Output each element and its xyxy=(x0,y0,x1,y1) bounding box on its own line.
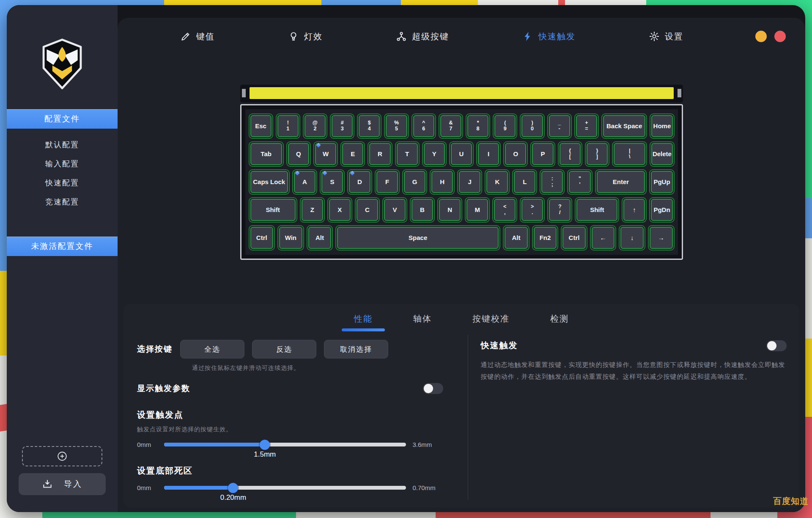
key-symbol[interactable]: <, xyxy=(492,197,517,223)
key-r[interactable]: R xyxy=(368,141,392,167)
key-d[interactable]: D xyxy=(347,169,372,195)
key-k[interactable]: K xyxy=(485,169,510,195)
tab-0[interactable]: 性能 xyxy=(354,313,373,331)
slider-track[interactable]: 0.20mm xyxy=(164,486,406,490)
nav-item-pen[interactable]: 键值 xyxy=(180,31,215,42)
key-b[interactable]: B xyxy=(410,197,435,223)
key-symbol[interactable]: }] xyxy=(585,141,609,167)
key-g[interactable]: G xyxy=(402,169,427,195)
key-5[interactable]: %5 xyxy=(384,113,409,139)
key-win[interactable]: Win xyxy=(277,225,304,251)
key-ctrl[interactable]: Ctrl xyxy=(561,225,587,251)
sidebar-profile-3[interactable]: 竞速配置 xyxy=(7,197,118,207)
key-symbol[interactable]: ?/ xyxy=(547,197,572,223)
select-button-2[interactable]: 取消选择 xyxy=(324,340,388,358)
nav-item-super-key[interactable]: 超级按键 xyxy=(396,31,449,42)
tab-2[interactable]: 按键校准 xyxy=(472,313,510,331)
select-button-1[interactable]: 反选 xyxy=(252,340,316,358)
close-button[interactable] xyxy=(774,31,786,42)
key-symbol[interactable]: |\ xyxy=(612,141,647,167)
keyboard-row: Esc!1@2#3$4%5^6&7*8(9)0_-+=Back SpaceHom… xyxy=(247,112,676,140)
keycap-face: Back Space xyxy=(603,115,645,137)
key-4[interactable]: $4 xyxy=(357,113,381,139)
key-ctrl[interactable]: Ctrl xyxy=(249,225,275,251)
key-symbol[interactable]: ↑ xyxy=(622,197,647,223)
key-o[interactable]: O xyxy=(503,141,528,167)
key-fn2[interactable]: Fn2 xyxy=(532,225,559,251)
key-alt[interactable]: Alt xyxy=(307,225,333,251)
key-h[interactable]: H xyxy=(430,169,455,195)
key-1[interactable]: !1 xyxy=(276,113,300,139)
key-z[interactable]: Z xyxy=(300,197,325,223)
key-6[interactable]: ^6 xyxy=(411,113,436,139)
nav-item-bulb[interactable]: 灯效 xyxy=(288,31,323,42)
slider-thumb[interactable] xyxy=(228,483,238,493)
key-w[interactable]: W xyxy=(313,141,338,167)
minimize-button[interactable] xyxy=(755,31,767,42)
key-x[interactable]: X xyxy=(327,197,352,223)
key-f[interactable]: F xyxy=(375,169,400,195)
key-e[interactable]: E xyxy=(340,141,365,167)
key-v[interactable]: V xyxy=(382,197,407,223)
key-q[interactable]: Q xyxy=(286,141,311,167)
key-shift[interactable]: Shift xyxy=(249,197,297,223)
sidebar-profile-1[interactable]: 输入配置 xyxy=(7,159,118,169)
nav-item-gear[interactable]: 设置 xyxy=(649,31,683,42)
key-shift[interactable]: Shift xyxy=(575,197,619,223)
key-tab[interactable]: Tab xyxy=(249,141,284,167)
tab-3[interactable]: 检测 xyxy=(550,313,569,331)
key-caps-lock[interactable]: Caps Lock xyxy=(249,169,290,195)
key-c[interactable]: C xyxy=(355,197,380,223)
sidebar-profile-0[interactable]: 默认配置 xyxy=(7,140,118,150)
keycap-face: V xyxy=(384,199,406,221)
key-j[interactable]: J xyxy=(457,169,482,195)
slider-track[interactable]: 1.5mm xyxy=(164,443,406,446)
key-home[interactable]: Home xyxy=(650,113,674,139)
key-7[interactable]: &7 xyxy=(439,113,463,139)
sidebar-profile-2[interactable]: 快速配置 xyxy=(7,178,118,188)
key-u[interactable]: U xyxy=(449,141,474,167)
key-symbol[interactable]: _- xyxy=(547,113,572,139)
key-enter[interactable]: Enter xyxy=(595,169,647,195)
inactive-profile-banner[interactable]: 未激活配置文件 xyxy=(7,237,118,256)
show-params-toggle[interactable] xyxy=(423,383,443,394)
import-button[interactable]: 导入 xyxy=(19,473,106,495)
profile-header[interactable]: 配置文件 xyxy=(7,109,118,129)
slider-thumb[interactable] xyxy=(260,440,270,450)
add-profile-button[interactable] xyxy=(22,446,102,466)
nav-item-lightning[interactable]: 快速触发 xyxy=(522,31,576,42)
key-symbol[interactable]: >. xyxy=(520,197,545,223)
key-symbol[interactable]: :; xyxy=(540,169,565,195)
key-symbol[interactable]: {[ xyxy=(558,141,582,167)
key-l[interactable]: L xyxy=(512,169,537,195)
key-y[interactable]: Y xyxy=(422,141,447,167)
key-s[interactable]: S xyxy=(320,169,345,195)
key-8[interactable]: *8 xyxy=(466,113,490,139)
key-back-space[interactable]: Back Space xyxy=(601,113,647,139)
key-symbol[interactable]: ← xyxy=(590,225,617,251)
key-symbol[interactable]: ↓ xyxy=(619,225,645,251)
tab-1[interactable]: 轴体 xyxy=(413,313,432,331)
key-symbol[interactable]: → xyxy=(648,225,675,251)
key-9[interactable]: (9 xyxy=(493,113,517,139)
key-a[interactable]: A xyxy=(292,169,317,195)
key-i[interactable]: I xyxy=(476,141,501,167)
key-alt[interactable]: Alt xyxy=(503,225,529,251)
key-delete[interactable]: Delete xyxy=(650,141,674,167)
key-symbol[interactable]: += xyxy=(574,113,599,139)
key-0[interactable]: )0 xyxy=(520,113,544,139)
key-t[interactable]: T xyxy=(395,141,420,167)
key-pgup[interactable]: PgUp xyxy=(649,169,674,195)
rapid-trigger-toggle[interactable] xyxy=(766,340,787,351)
keyboard-top-frame xyxy=(240,85,683,102)
key-3[interactable]: #3 xyxy=(330,113,354,139)
key-esc[interactable]: Esc xyxy=(249,113,273,139)
key-space[interactable]: Space xyxy=(335,225,500,251)
key-pgdn[interactable]: PgDn xyxy=(649,197,674,223)
key-m[interactable]: M xyxy=(465,197,490,223)
key-n[interactable]: N xyxy=(437,197,462,223)
key-p[interactable]: P xyxy=(530,141,555,167)
key-2[interactable]: @2 xyxy=(303,113,327,139)
select-button-0[interactable]: 全选 xyxy=(180,340,244,358)
key-symbol[interactable]: "' xyxy=(567,169,592,195)
